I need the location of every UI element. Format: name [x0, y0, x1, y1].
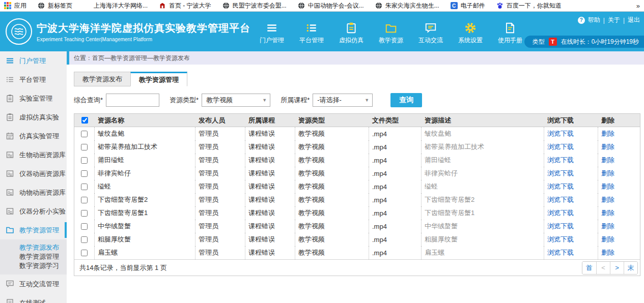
bookmark-email[interactable]: C 电子邮件 — [451, 2, 485, 10]
apps-grid-icon — [4, 2, 11, 9]
delete-link[interactable]: 删除 — [601, 129, 614, 138]
nav-portal-management[interactable]: 门户管理 — [260, 22, 284, 45]
delete-link[interactable]: 删除 — [601, 235, 614, 244]
browse-download-link[interactable]: 浏览下载 — [547, 156, 574, 165]
row-checkbox[interactable] — [81, 170, 88, 177]
query-input[interactable] — [106, 94, 159, 107]
search-button[interactable]: 查询 — [390, 93, 422, 107]
browse-download-link[interactable]: 浏览下载 — [547, 129, 574, 138]
course: 课程错误 — [245, 220, 295, 233]
course-select[interactable]: -请选择- ▼ — [313, 94, 373, 107]
browse-download-link[interactable]: 浏览下载 — [547, 195, 574, 204]
course-value: -请选择- — [317, 96, 342, 105]
prev-page-button[interactable]: < — [596, 262, 610, 274]
nav-teaching-resources[interactable]: 教学资源 — [379, 22, 403, 45]
tab-resource-publish[interactable]: 教学资源发布 — [74, 72, 131, 86]
sidebar-item-animal-animation-library[interactable]: 动物动画资源库 — [0, 183, 67, 202]
next-page-button[interactable]: > — [610, 262, 624, 274]
about-link[interactable]: 关于 — [608, 16, 620, 24]
delete-link[interactable]: 删除 — [601, 195, 614, 204]
row-checkbox[interactable] — [81, 223, 88, 230]
resource-type-select[interactable]: 教学视频 ▼ — [202, 94, 270, 107]
delete-link[interactable]: 删除 — [601, 156, 614, 165]
sidebar-item-teaching-resource-management[interactable]: 教学资源管理 — [0, 221, 67, 239]
breadcrumb: 位置：首页—教学资源管理—教学资源发布 — [67, 51, 644, 65]
browse-download-link[interactable]: 浏览下载 — [547, 182, 574, 191]
logout-link[interactable]: 退出 — [628, 16, 640, 24]
nav-user-manual[interactable]: 使用手册 — [498, 22, 522, 45]
help-link[interactable]: 帮助 — [588, 16, 600, 24]
col-description: 资源描述 — [422, 116, 544, 125]
browse-download-link[interactable]: 浏览下载 — [547, 235, 574, 244]
sidebar-item-bio-animation-library[interactable]: 生物动画资源库 — [0, 145, 67, 164]
nav-interaction[interactable]: 互动交流 — [418, 22, 443, 45]
sidebar-item-label: 动物动画资源库 — [19, 188, 66, 197]
sidebar-subitem-resource-management[interactable]: 教学资源管理 — [0, 252, 67, 261]
bookmark-mmnb[interactable]: 民盟宁波市委会盟... — [222, 2, 287, 10]
bookmark-nbu[interactable]: 首页 - 宁波大学 — [159, 2, 211, 10]
sidebar-subitem-digital-learning[interactable]: 数字资源学习 — [0, 261, 67, 270]
resource-description: 缢蛏 — [422, 180, 544, 193]
sidebar-item-interaction-management[interactable]: 互动交流管理 — [0, 275, 67, 293]
delete-link[interactable]: 删除 — [601, 182, 614, 191]
select-all-checkbox[interactable] — [81, 117, 88, 124]
nav-platform-management[interactable]: 平台管理 — [299, 22, 324, 45]
browse-download-link[interactable]: 浏览下载 — [547, 142, 574, 152]
course: 课程错误 — [245, 206, 295, 220]
row-checkbox[interactable] — [81, 197, 88, 203]
row-checkbox[interactable] — [81, 144, 88, 150]
tab-resource-management[interactable]: 教学资源管理 — [130, 72, 187, 86]
baidu-paw-icon — [496, 2, 503, 9]
resource-name: 中华绒螯蟹 — [95, 220, 195, 233]
last-page-button[interactable]: 末 — [624, 262, 637, 274]
delete-link[interactable]: 删除 — [601, 222, 614, 231]
table-row: 扁玉螺 管理员 课程错误 教学视频 .mp4 扁玉螺 浏览下载 删除 — [74, 246, 640, 259]
browse-download-link[interactable]: 浏览下载 — [547, 248, 574, 257]
delete-link[interactable]: 删除 — [601, 248, 614, 257]
sidebar-item-online-test[interactable]: 在线测试 — [0, 293, 67, 303]
row-checkbox[interactable] — [81, 184, 88, 190]
clipboard-icon — [345, 22, 357, 34]
nav-system-settings[interactable]: 系统设置 — [458, 22, 483, 45]
sidebar-item-label: 互动交流管理 — [19, 280, 59, 289]
sidebar-item-instrument-animation-library[interactable]: 仪器动画资源库 — [0, 164, 67, 183]
sidebar-subitem-resource-publish[interactable]: 教学资源发布 — [0, 243, 67, 252]
browse-download-link[interactable]: 浏览下载 — [547, 208, 574, 218]
delete-link[interactable]: 删除 — [601, 169, 614, 178]
browse-download-link[interactable]: 浏览下载 — [547, 222, 574, 231]
sidebar-item-instrument-analysis[interactable]: 仪器分析小实验 — [0, 202, 67, 221]
row-checkbox[interactable] — [81, 210, 88, 217]
row-checkbox[interactable] — [81, 157, 88, 164]
browse-download-link[interactable]: 浏览下载 — [547, 169, 574, 178]
delete-link[interactable]: 删除 — [601, 142, 614, 152]
university-logo — [5, 18, 33, 45]
sidebar-item-platform[interactable]: 平台管理 — [0, 70, 67, 89]
col-course: 所属课程 — [245, 116, 295, 125]
image-icon — [6, 188, 14, 197]
sidebar-item-lab-management[interactable]: 实验室管理 — [0, 89, 67, 108]
resource-type: 教学视频 — [295, 220, 369, 233]
sidebar-item-simulation-management[interactable]: 仿真实验管理 — [0, 127, 67, 145]
bookmark-newtab[interactable]: 新标签页 — [38, 2, 72, 10]
first-page-button[interactable]: 首 — [582, 262, 596, 274]
resource-type-value: 教学视频 — [206, 96, 233, 105]
file-type: .mp4 — [369, 233, 422, 246]
row-checkbox-cell — [74, 180, 95, 193]
bookmark-label: 百度一下，你就知道 — [507, 2, 562, 10]
resource-name: 裙带菜养殖加工技术 — [95, 140, 195, 154]
row-checkbox[interactable] — [81, 250, 88, 256]
sidebar-item-virtual-experiment[interactable]: 虚拟仿真实验 — [0, 108, 67, 127]
sidebar-item-portal[interactable]: 门户管理 — [0, 51, 67, 70]
delete-link[interactable]: 删除 — [601, 208, 614, 218]
bookmark-apps[interactable]: 应用 — [4, 2, 26, 10]
bookmark-zjj[interactable]: 朱家尖海滨生物生... — [375, 2, 439, 10]
bookmark-shou[interactable]: 上海海洋大学网络... — [83, 2, 148, 10]
nav-virtual-simulation[interactable]: 虚拟仿真 — [339, 22, 363, 45]
col-resource-type: 资源类型 — [295, 116, 369, 125]
bookmark-baidu[interactable]: 百度一下，你就知道 — [496, 2, 562, 10]
row-checkbox[interactable] — [81, 131, 88, 137]
bookmark-zgdwxh[interactable]: 中国动物学会-会议... — [298, 2, 364, 10]
row-checkbox[interactable] — [81, 236, 88, 243]
nav-label: 教学资源 — [379, 36, 403, 45]
bookmarks-overflow-chevron[interactable]: » — [636, 2, 640, 10]
